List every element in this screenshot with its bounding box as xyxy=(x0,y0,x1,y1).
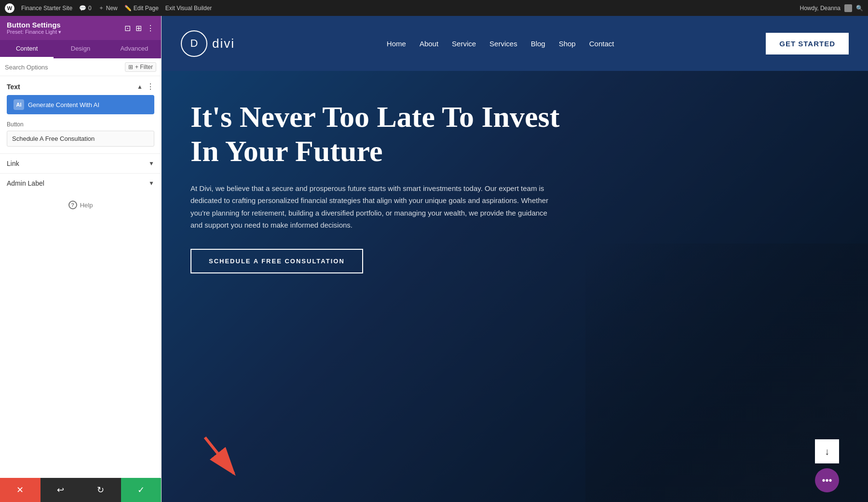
panel-more-icon[interactable]: ⋮ xyxy=(147,24,154,33)
admin-label-section-label: Admin Label xyxy=(7,179,44,187)
comments-link[interactable]: 💬 0 xyxy=(79,5,92,12)
search-options-input[interactable] xyxy=(5,64,121,71)
site-logo: D divi xyxy=(181,30,235,57)
help-row[interactable]: ? Help xyxy=(0,193,161,217)
search-row: ⊞ + Filter xyxy=(0,58,161,76)
howdy-text: Howdy, Deanna xyxy=(800,5,841,12)
nav-home[interactable]: Home xyxy=(387,40,406,48)
text-section-more-icon[interactable]: ⋮ xyxy=(147,82,154,91)
redo-button[interactable]: ↻ xyxy=(81,478,121,502)
panel-preset[interactable]: Preset: Finance Light ▾ xyxy=(7,29,61,35)
undo-icon: ↩ xyxy=(57,485,64,495)
help-circle-icon: ? xyxy=(68,201,77,209)
logo-circle: D xyxy=(181,30,207,57)
tab-design[interactable]: Design xyxy=(54,40,107,58)
pencil-icon: ✏️ xyxy=(124,5,132,12)
nav-service[interactable]: Service xyxy=(452,40,476,48)
admin-label-chevron-icon: ▼ xyxy=(149,180,154,187)
nav-services[interactable]: Services xyxy=(489,40,517,48)
panel-header: Button Settings Preset: Finance Light ▾ … xyxy=(0,16,161,40)
panel-content: Text ▲ ⋮ AI Generate Content With AI But… xyxy=(0,76,161,478)
tab-content[interactable]: Content xyxy=(0,40,54,58)
user-avatar xyxy=(844,4,852,12)
text-section-collapse-icon[interactable]: ▲ xyxy=(137,83,143,90)
save-button[interactable]: ✓ xyxy=(121,478,162,502)
panel-tabs: Content Design Advanced xyxy=(0,40,161,58)
plus-icon: ＋ xyxy=(98,4,104,12)
nav-shop[interactable]: Shop xyxy=(559,40,576,48)
admin-bar: W Finance Starter Site 💬 0 ＋ New ✏️ Edit… xyxy=(0,0,868,16)
site-preview: D divi Home About Service Services Blog … xyxy=(162,16,868,502)
new-link[interactable]: ＋ New xyxy=(98,4,118,12)
button-field-label: Button xyxy=(0,121,161,131)
text-section-header: Text ▲ ⋮ xyxy=(0,76,161,95)
wp-logo-icon[interactable]: W xyxy=(5,3,14,13)
hero-description: At Divi, we believe that a secure and pr… xyxy=(190,182,557,231)
dots-menu-button[interactable]: ••• xyxy=(815,468,839,492)
panel-layout-icon[interactable]: ⊞ xyxy=(136,24,142,33)
hero-title: It's Never Too Late To Invest In Your Fu… xyxy=(190,100,567,169)
filter-icon: ⊞ xyxy=(128,64,133,70)
nav-contact[interactable]: Contact xyxy=(589,40,614,48)
text-section-title: Text xyxy=(7,83,20,91)
cancel-icon: ✕ xyxy=(16,485,24,495)
link-chevron-icon: ▼ xyxy=(149,160,154,167)
help-label: Help xyxy=(80,202,93,209)
ai-icon: AI xyxy=(14,99,24,110)
nav-blog[interactable]: Blog xyxy=(531,40,545,48)
button-text-input[interactable] xyxy=(7,131,154,147)
redo-icon: ↻ xyxy=(97,485,104,495)
panel-bottom-bar: ✕ ↩ ↻ ✓ xyxy=(0,478,161,502)
save-icon: ✓ xyxy=(137,485,145,495)
tab-advanced[interactable]: Advanced xyxy=(108,40,161,58)
site-navigation: D divi Home About Service Services Blog … xyxy=(162,16,868,71)
cancel-button[interactable]: ✕ xyxy=(0,478,41,502)
hero-section: It's Never Too Late To Invest In Your Fu… xyxy=(162,71,868,502)
logo-text: divi xyxy=(212,36,235,51)
get-started-button[interactable]: GET STARTED xyxy=(766,33,849,54)
site-name-link[interactable]: Finance Starter Site xyxy=(21,5,72,12)
edit-page-link[interactable]: ✏️ Edit Page xyxy=(124,5,159,12)
hero-content: It's Never Too Late To Invest In Your Fu… xyxy=(162,71,596,293)
button-settings-panel: Button Settings Preset: Finance Light ▾ … xyxy=(0,16,162,502)
nav-about[interactable]: About xyxy=(420,40,438,48)
comment-icon: 💬 xyxy=(79,5,86,12)
generate-ai-button[interactable]: AI Generate Content With AI xyxy=(7,95,154,114)
panel-expand-icon[interactable]: ⊡ xyxy=(124,24,131,33)
admin-label-section-row[interactable]: Admin Label ▼ xyxy=(0,173,161,193)
filter-button[interactable]: ⊞ + Filter xyxy=(125,62,156,72)
site-menu: Home About Service Services Blog Shop Co… xyxy=(387,40,614,48)
exit-builder-link[interactable]: Exit Visual Builder xyxy=(165,5,212,12)
link-section-row[interactable]: Link ▼ xyxy=(0,153,161,173)
link-section-label: Link xyxy=(7,160,19,167)
scroll-down-button[interactable]: ↓ xyxy=(815,439,839,463)
undo-button[interactable]: ↩ xyxy=(41,478,81,502)
admin-search-icon[interactable]: 🔍 xyxy=(856,5,863,12)
panel-title: Button Settings xyxy=(7,21,61,29)
scroll-down-area: ↓ xyxy=(815,439,839,463)
hero-cta-button[interactable]: SCHEDULE A FREE CONSULTATION xyxy=(190,249,363,273)
logo-letter: D xyxy=(190,37,198,50)
